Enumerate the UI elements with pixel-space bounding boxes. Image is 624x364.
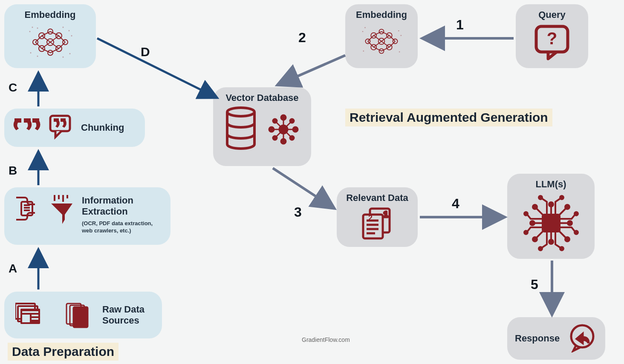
svg-rect-98 xyxy=(363,215,383,238)
funnel-icon xyxy=(49,195,74,227)
svg-text:2: 2 xyxy=(368,214,373,222)
question-icon: ? xyxy=(533,24,571,64)
svg-rect-105 xyxy=(543,215,560,232)
response-node: Response xyxy=(507,317,605,360)
svg-point-108 xyxy=(530,221,534,225)
svg-point-48 xyxy=(37,56,38,57)
documents-icon xyxy=(15,299,54,331)
svg-rect-18 xyxy=(50,116,70,131)
raw-data-sources-node: Raw Data Sources xyxy=(4,292,162,338)
svg-point-58 xyxy=(379,49,384,54)
svg-point-106 xyxy=(549,202,553,206)
svg-point-110 xyxy=(533,205,537,209)
step-A: A xyxy=(9,262,17,275)
step-D: D xyxy=(141,45,150,59)
svg-point-77 xyxy=(363,51,364,52)
raw-data-label: Raw Data Sources xyxy=(102,304,154,326)
vector-db-label: Vector Database xyxy=(225,92,298,103)
embedding-left-label: Embedding xyxy=(25,9,76,20)
query-node: Query ? xyxy=(516,4,588,68)
info-extract-sublabel: (OCR, PDF data extraction, web crawlers,… xyxy=(82,220,163,235)
neural-net-icon xyxy=(25,23,76,63)
svg-point-41 xyxy=(32,27,33,28)
svg-point-114 xyxy=(539,196,542,199)
response-label: Response xyxy=(515,333,560,344)
svg-rect-9 xyxy=(73,307,88,327)
speech-bubble-icon xyxy=(49,114,74,141)
relevant-data-node: Relevant Data 12 xyxy=(337,187,418,247)
svg-rect-5 xyxy=(32,315,38,316)
svg-point-75 xyxy=(398,30,399,32)
svg-point-117 xyxy=(560,247,563,250)
svg-point-119 xyxy=(524,231,528,234)
rag-heading: Retrieval Augmented Generation xyxy=(345,109,552,126)
ocr-icon xyxy=(12,195,42,224)
svg-point-47 xyxy=(62,27,64,28)
svg-point-42 xyxy=(68,30,69,32)
svg-point-43 xyxy=(71,35,72,37)
svg-point-120 xyxy=(575,212,578,215)
quotes-icon xyxy=(12,118,42,137)
svg-rect-16 xyxy=(62,195,64,202)
relevant-data-label: Relevant Data xyxy=(346,192,408,203)
svg-point-76 xyxy=(400,35,402,36)
step-C: C xyxy=(9,81,17,95)
svg-point-118 xyxy=(524,212,528,215)
svg-point-44 xyxy=(30,52,31,54)
graph-icon xyxy=(266,112,300,148)
svg-point-111 xyxy=(565,205,569,209)
svg-point-40 xyxy=(29,31,30,32)
svg-point-115 xyxy=(560,196,563,199)
svg-point-73 xyxy=(362,31,364,32)
svg-rect-4 xyxy=(22,315,30,322)
pages-icon: 12 xyxy=(358,206,396,242)
svg-point-74 xyxy=(364,27,366,29)
info-extract-label: Information Extraction xyxy=(82,195,163,218)
svg-rect-17 xyxy=(66,195,68,198)
svg-point-46 xyxy=(37,28,38,29)
svg-point-45 xyxy=(69,53,70,54)
svg-rect-3 xyxy=(22,311,38,313)
svg-point-109 xyxy=(568,221,572,225)
information-extraction-node: Information Extraction (OCR, PDF data ex… xyxy=(4,187,170,245)
svg-text:?: ? xyxy=(547,29,557,48)
svg-point-112 xyxy=(533,237,537,241)
step-2: 2 xyxy=(298,30,306,46)
vector-database-node: Vector Database xyxy=(213,87,311,166)
data-preparation-heading: Data Preparation xyxy=(8,343,118,361)
step-1: 1 xyxy=(456,17,464,33)
step-4: 4 xyxy=(452,196,459,212)
llm-label: LLM(s) xyxy=(535,179,566,190)
svg-rect-6 xyxy=(32,318,38,320)
svg-rect-15 xyxy=(58,195,60,199)
step-5: 5 xyxy=(531,277,538,292)
embedding-right-node: Embedding xyxy=(345,4,418,68)
diagram-canvas: Data Preparation Retrieval Augmented Gen… xyxy=(0,0,624,364)
svg-text:1: 1 xyxy=(384,210,388,219)
svg-rect-14 xyxy=(54,195,55,201)
svg-point-78 xyxy=(399,52,400,53)
files-icon xyxy=(63,299,93,331)
embedding-left-node: Embedding xyxy=(4,4,96,68)
reply-icon xyxy=(567,323,597,354)
chunking-label: Chunking xyxy=(81,122,124,133)
chunking-node: Chunking xyxy=(4,109,145,147)
svg-point-116 xyxy=(539,247,542,250)
chip-icon xyxy=(519,193,583,255)
svg-point-49 xyxy=(62,57,64,58)
svg-point-121 xyxy=(575,231,578,234)
step-3: 3 xyxy=(294,204,302,220)
svg-point-79 xyxy=(227,108,254,116)
llm-node: LLM(s) xyxy=(507,174,595,259)
arrow-D xyxy=(97,38,217,98)
neural-net-icon xyxy=(358,23,405,61)
watermark: GradientFlow.com xyxy=(302,336,350,343)
arrow-2 xyxy=(277,55,345,85)
arrow-3 xyxy=(273,168,335,209)
svg-point-107 xyxy=(549,240,553,244)
database-icon xyxy=(224,106,258,155)
svg-point-113 xyxy=(565,237,569,241)
embedding-right-label: Embedding xyxy=(356,9,407,20)
query-label: Query xyxy=(538,9,566,20)
step-B: B xyxy=(9,164,17,178)
